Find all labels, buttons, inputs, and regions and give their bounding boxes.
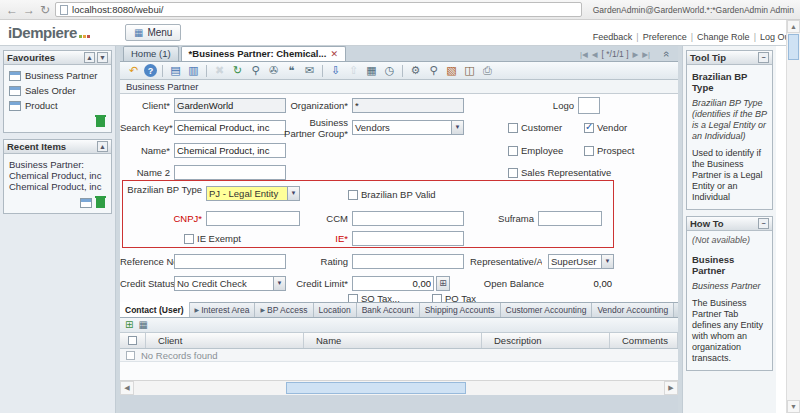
help-icon[interactable]: ?: [144, 64, 157, 77]
favourites-trash-icon[interactable]: [96, 117, 105, 127]
recent-items-collapse-button[interactable]: ▲: [97, 141, 108, 152]
address-bar[interactable]: localhost:8080/webui/: [55, 2, 582, 17]
organization-field[interactable]: [352, 98, 464, 113]
horizontal-scrollbar[interactable]: ◀ ▶: [120, 380, 678, 395]
zoom-across-icon[interactable]: ⚲: [426, 63, 441, 78]
detail-tab-shipping-accounts[interactable]: Shipping Accounts: [420, 303, 501, 317]
column-header-comments[interactable]: Comments: [610, 333, 678, 348]
menu-button[interactable]: ▦ Menu: [125, 24, 181, 41]
brazilian-bp-valid-checkbox[interactable]: Brazilian BP Valid: [348, 189, 436, 200]
history-icon[interactable]: ◷: [382, 63, 397, 78]
cnpj-field[interactable]: [206, 211, 300, 226]
hscroll-thumb[interactable]: [286, 382, 466, 394]
bp-group-dropdown-icon[interactable]: ▼: [451, 121, 463, 134]
process-icon[interactable]: ⚙: [408, 63, 423, 78]
refresh-button[interactable]: ↻: [40, 4, 50, 16]
forward-button[interactable]: →: [23, 4, 35, 16]
recent-window-icon[interactable]: [80, 198, 92, 208]
detail-tab-location[interactable]: Location: [314, 303, 357, 317]
brazilian-bp-type-combo[interactable]: PJ - Legal Entity ▼: [206, 186, 300, 201]
chat-icon[interactable]: ❝: [284, 63, 299, 78]
tooltip-minimize-button[interactable]: −: [758, 52, 769, 63]
delete-icon[interactable]: ✖: [212, 63, 227, 78]
detail-tab-interest-area[interactable]: ▶Interest Area: [190, 303, 256, 317]
favourite-item-business-partner[interactable]: Business Partner: [7, 68, 108, 83]
header-link-preference[interactable]: Preference: [643, 32, 687, 42]
name2-field[interactable]: [174, 165, 286, 180]
first-record-icon[interactable]: |◀: [580, 50, 588, 59]
detail-tab-bank-account[interactable]: Bank Account: [357, 303, 420, 317]
favourite-item-product[interactable]: Product: [7, 98, 108, 113]
vscroll-down-icon[interactable]: ▼: [787, 400, 800, 413]
last-record-icon[interactable]: ▶|: [642, 50, 650, 59]
detail-tab-customer-accounting[interactable]: Customer Accounting: [501, 303, 593, 317]
recent-item[interactable]: Business Partner: Chemical Product, inc …: [7, 157, 108, 194]
search-key-field[interactable]: [174, 120, 286, 135]
requery-icon[interactable]: ↻: [230, 63, 245, 78]
column-header-description[interactable]: Description: [482, 333, 610, 348]
new-row-icon[interactable]: ⊞: [125, 320, 133, 330]
tab-close-icon[interactable]: ✕: [330, 47, 338, 61]
hscroll-left-icon[interactable]: ◀: [120, 381, 134, 395]
favourites-collapse-button[interactable]: ▼: [97, 52, 108, 63]
lookup-icon[interactable]: ⚲: [248, 63, 263, 78]
select-all-checkbox[interactable]: [128, 336, 137, 345]
client-field[interactable]: [174, 98, 286, 113]
ie-exempt-checkbox[interactable]: IE Exempt: [184, 233, 241, 244]
customer-checkbox[interactable]: Customer: [508, 122, 562, 133]
detail-tab-bp-access[interactable]: ▶BP Access: [255, 303, 313, 317]
select-all-cell[interactable]: [120, 333, 146, 348]
reference-no-field[interactable]: [174, 254, 286, 269]
detail-tab-contact-user[interactable]: Contact (User): [120, 302, 190, 317]
representative-combo[interactable]: SuperUser ▼: [548, 254, 614, 269]
howto-minimize-button[interactable]: −: [758, 218, 769, 229]
hscroll-track[interactable]: [134, 381, 664, 395]
grid-toggle-icon[interactable]: ▦: [364, 63, 379, 78]
report-icon[interactable]: ▧: [444, 63, 459, 78]
representative-dropdown-icon[interactable]: ▼: [601, 255, 613, 268]
suframa-field[interactable]: [538, 211, 602, 226]
favourite-item-sales-order[interactable]: Sales Order: [7, 83, 108, 98]
parent-record-icon[interactable]: ⇧: [346, 63, 361, 78]
print-icon[interactable]: ⎙: [480, 63, 495, 78]
name-field[interactable]: [174, 143, 286, 158]
prospect-checkbox[interactable]: Prospect: [584, 145, 635, 156]
header-link-change-role[interactable]: Change Role: [697, 32, 750, 42]
previous-record-icon[interactable]: ◀: [592, 50, 598, 59]
calculator-icon[interactable]: ⊞: [436, 276, 450, 291]
ccm-field[interactable]: [352, 211, 464, 226]
vendor-checkbox[interactable]: Vendor: [584, 122, 627, 133]
save-create-icon[interactable]: ▥: [186, 63, 201, 78]
tab-home[interactable]: Home (1): [123, 46, 179, 61]
ignore-changes-icon[interactable]: ↶: [126, 63, 141, 78]
detail-tab-vendor-accounting[interactable]: Vendor Accounting: [592, 303, 674, 317]
next-record-icon[interactable]: ▶: [633, 50, 639, 59]
column-header-name[interactable]: Name: [304, 333, 482, 348]
sales-representative-checkbox[interactable]: Sales Representative: [508, 167, 611, 178]
brazilian-bp-type-dropdown-icon[interactable]: ▼: [287, 187, 299, 200]
rating-field[interactable]: [352, 254, 464, 269]
attachment-icon[interactable]: ✇: [266, 63, 281, 78]
hscroll-right-icon[interactable]: ▶: [664, 381, 678, 395]
credit-status-combo[interactable]: No Credit Check ▼: [174, 276, 286, 291]
detail-record-icon[interactable]: ⇩: [328, 63, 343, 78]
column-header-client[interactable]: Client: [146, 333, 304, 348]
logo-image-box[interactable]: [578, 97, 600, 114]
vscroll-up-icon[interactable]: ▲: [787, 20, 800, 33]
back-button[interactable]: ←: [6, 4, 18, 16]
credit-status-dropdown-icon[interactable]: ▼: [273, 277, 285, 290]
credit-limit-field[interactable]: [352, 276, 434, 291]
mail-icon[interactable]: ✉: [302, 63, 317, 78]
vertical-scrollbar[interactable]: ▲ ▼: [786, 20, 800, 413]
bp-group-combo[interactable]: Vendors ▼: [352, 120, 464, 135]
favourites-expand-button[interactable]: ▲: [84, 52, 95, 63]
save-icon[interactable]: ▤: [168, 63, 183, 78]
detail-grid-toggle-icon[interactable]: ▦: [138, 320, 147, 330]
archive-icon[interactable]: ◫: [462, 63, 477, 78]
employee-checkbox[interactable]: Employee: [508, 145, 563, 156]
ie-field[interactable]: [352, 231, 464, 246]
vscroll-thumb[interactable]: [788, 34, 799, 60]
so-tax-checkbox[interactable]: SO Tax...: [348, 293, 400, 302]
tab-business-partner[interactable]: *Business Partner: Chemical... ✕: [181, 46, 346, 61]
recent-trash-icon[interactable]: [96, 198, 105, 208]
